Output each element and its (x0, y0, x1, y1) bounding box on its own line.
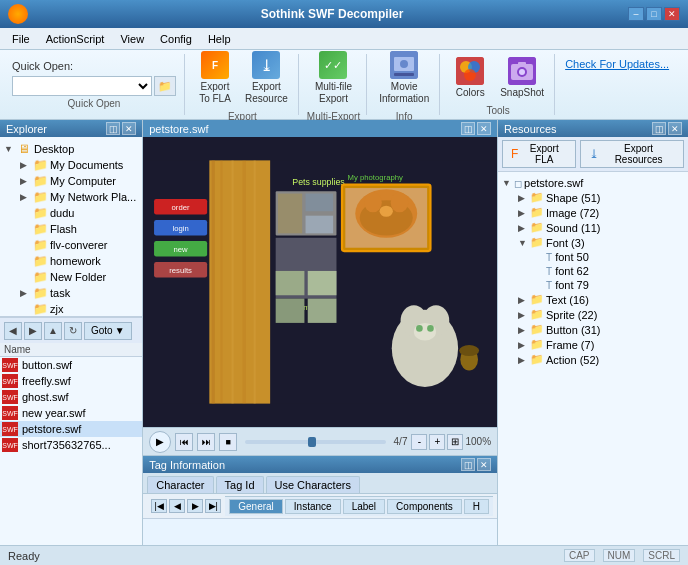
menu-help[interactable]: Help (200, 31, 239, 47)
res-item-action[interactable]: ▶ 📁 Action (52) (502, 352, 684, 367)
svg-rect-16 (221, 160, 223, 403)
font-icon: T (546, 266, 552, 277)
toolbar-multiexport-section: ✓✓ Multi-fileExport Multi-Export (301, 54, 367, 115)
tree-item-label: Flash (50, 223, 77, 235)
check-updates-link[interactable]: Check For Updates... (565, 58, 669, 70)
res-item-label: Font (3) (546, 237, 585, 249)
folder-icon: 📁 (32, 238, 48, 252)
swf-canvas: order login new results Pets supplies (143, 137, 497, 427)
res-export-fla-button[interactable]: F Export FLA (502, 140, 576, 168)
tag-first-button[interactable]: |◀ (151, 499, 167, 513)
tab-tagid[interactable]: Tag Id (216, 476, 264, 493)
file-item-newyear[interactable]: SWF new year.swf (0, 405, 142, 421)
res-item-font62[interactable]: T font 62 (502, 264, 684, 278)
export-fla-button[interactable]: F ExportTo FLA (193, 47, 237, 107)
tag-info-close-button[interactable]: ✕ (477, 458, 491, 471)
file-item-ghost[interactable]: SWF ghost.swf (0, 389, 142, 405)
tree-item-desktop[interactable]: ▼ 🖥 Desktop (4, 141, 138, 157)
res-item-petstore[interactable]: ▼ ◻ petstore.swf (502, 176, 684, 190)
swf-file-icon: SWF (2, 438, 18, 452)
res-item-image[interactable]: ▶ 📁 Image (72) (502, 205, 684, 220)
bottom-tab-h[interactable]: H (464, 499, 489, 514)
status-indicators: CAP NUM SCRL (564, 549, 680, 562)
tag-prev-button[interactable]: ◀ (169, 499, 185, 513)
zoom-fit-button[interactable]: ⊞ (447, 434, 463, 450)
resources-tree: ▼ ◻ petstore.swf ▶ 📁 Shape (51) ▶ 📁 Imag… (498, 172, 688, 545)
multifile-export-button[interactable]: ✓✓ Multi-fileExport (311, 47, 356, 107)
res-item-sound[interactable]: ▶ 📁 Sound (11) (502, 220, 684, 235)
menu-view[interactable]: View (112, 31, 152, 47)
zoom-in-button[interactable]: + (429, 434, 445, 450)
res-item-sprite[interactable]: ▶ 📁 Sprite (22) (502, 307, 684, 322)
bottom-tab-components[interactable]: Components (387, 499, 462, 514)
nav-forward-button[interactable]: ▶ (24, 322, 42, 340)
res-item-font50[interactable]: T font 50 (502, 250, 684, 264)
explorer-panel: Explorer ◫ ✕ ▼ 🖥 Desktop ▶ 📁 My Document… (0, 120, 143, 545)
explorer-pin-button[interactable]: ◫ (106, 122, 120, 135)
res-item-button[interactable]: ▶ 📁 Button (31) (502, 322, 684, 337)
goto-button[interactable]: Goto ▼ (84, 322, 132, 340)
quick-open-input[interactable] (12, 76, 152, 96)
file-item-freefly[interactable]: SWF freefly.swf (0, 373, 142, 389)
res-export-resources-button[interactable]: ⤓ Export Resources (580, 140, 684, 168)
movie-info-button[interactable]: MovieInformation (375, 47, 433, 107)
tag-last-button[interactable]: ▶| (205, 499, 221, 513)
file-item-petstore[interactable]: SWF petstore.swf (0, 421, 142, 437)
tree-item-homework[interactable]: 📁 homework (4, 253, 138, 269)
nav-back-button[interactable]: ◀ (4, 322, 22, 340)
tag-next-button[interactable]: ▶ (187, 499, 203, 513)
close-button[interactable]: ✕ (664, 7, 680, 21)
tag-info-pin-button[interactable]: ◫ (461, 458, 475, 471)
tree-item-mycomputer[interactable]: ▶ 📁 My Computer (4, 173, 138, 189)
tree-item-flvconverer[interactable]: 📁 flv-converer (4, 237, 138, 253)
next-frame-button[interactable]: ⏭ (197, 433, 215, 451)
menu-actionscript[interactable]: ActionScript (38, 31, 113, 47)
svg-rect-17 (232, 160, 234, 403)
snapshot-button[interactable]: SnapShot (496, 53, 548, 101)
zoom-out-button[interactable]: - (411, 434, 427, 450)
nav-up-button[interactable]: ▲ (44, 322, 62, 340)
tree-item-zjx[interactable]: 📁 zjx (4, 301, 138, 317)
menu-config[interactable]: Config (152, 31, 200, 47)
file-item-short[interactable]: SWF short735632765... (0, 437, 142, 453)
swf-close-button[interactable]: ✕ (477, 122, 491, 135)
timeline-slider[interactable] (245, 440, 385, 444)
res-item-text[interactable]: ▶ 📁 Text (16) (502, 292, 684, 307)
stop-button[interactable]: ■ (219, 433, 237, 451)
play-button[interactable]: ▶ (149, 431, 171, 453)
export-resource-button[interactable]: ⤓ ExportResource (241, 47, 292, 107)
tree-item-dudu[interactable]: 📁 dudu (4, 205, 138, 221)
prev-frame-button[interactable]: ⏮ (175, 433, 193, 451)
explorer-close-button[interactable]: ✕ (122, 122, 136, 135)
tree-item-mydocs[interactable]: ▶ 📁 My Documents (4, 157, 138, 173)
svg-rect-51 (276, 271, 305, 295)
bottom-tab-label[interactable]: Label (343, 499, 385, 514)
colors-button[interactable]: Colors (448, 53, 492, 101)
resources-pin-button[interactable]: ◫ (652, 122, 666, 135)
tree-item-mynetwork[interactable]: ▶ 📁 My Network Pla... (4, 189, 138, 205)
export-fla-icon-shape: F (201, 51, 229, 79)
bottom-tab-instance[interactable]: Instance (285, 499, 341, 514)
res-item-font79[interactable]: T font 79 (502, 278, 684, 292)
tab-usecharacters[interactable]: Use Characters (266, 476, 360, 493)
nav-refresh-button[interactable]: ↻ (64, 322, 82, 340)
res-item-shape[interactable]: ▶ 📁 Shape (51) (502, 190, 684, 205)
svg-text:new: new (174, 245, 189, 254)
res-item-font[interactable]: ▼ 📁 Font (3) (502, 235, 684, 250)
res-item-frame[interactable]: ▶ 📁 Frame (7) (502, 337, 684, 352)
tree-item-newfolder[interactable]: 📁 New Folder (4, 269, 138, 285)
minimize-button[interactable]: – (628, 7, 644, 21)
quick-open-go-button[interactable]: 📁 (154, 76, 176, 96)
tree-item-flash[interactable]: 📁 Flash (4, 221, 138, 237)
bottom-tab-general[interactable]: General (229, 499, 283, 514)
menu-file[interactable]: File (4, 31, 38, 47)
tab-character[interactable]: Character (147, 476, 213, 493)
maximize-button[interactable]: □ (646, 7, 662, 21)
tree-item-task[interactable]: ▶ 📁 task (4, 285, 138, 301)
folder-icon: 📁 (530, 191, 544, 204)
swf-pin-button[interactable]: ◫ (461, 122, 475, 135)
resources-close-button[interactable]: ✕ (668, 122, 682, 135)
snapshot-label: SnapShot (500, 87, 544, 99)
file-item-button[interactable]: SWF button.swf (0, 357, 142, 373)
center-panel: petstore.swf ◫ ✕ order (143, 120, 497, 545)
